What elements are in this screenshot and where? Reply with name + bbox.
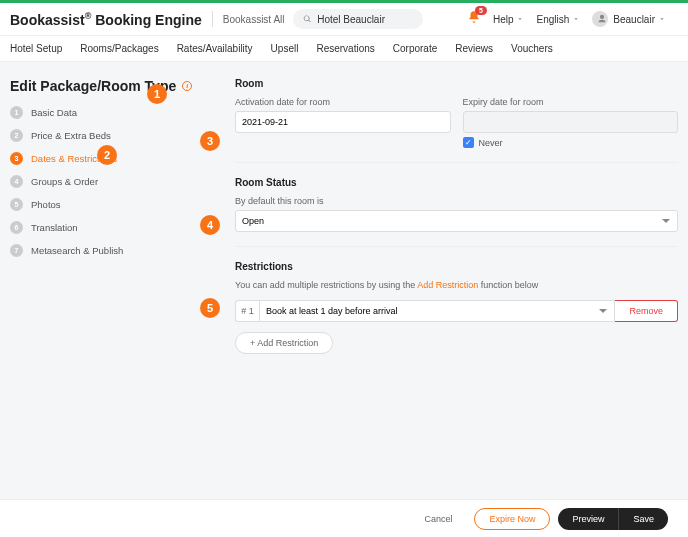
preview-button[interactable]: Preview [558, 508, 618, 530]
step-translation[interactable]: 6Translation [10, 221, 195, 234]
section-room-status: Room Status By default this room is [235, 177, 678, 232]
brand: Bookassist® Booking Engine [10, 11, 202, 28]
chevron-down-icon [658, 15, 666, 23]
divider [212, 11, 213, 27]
footer-actions: Cancel Expire Now Preview Save [0, 499, 688, 537]
add-restriction-button[interactable]: + Add Restriction [235, 332, 333, 354]
step-price-extra-beds[interactable]: 2Price & Extra Beds [10, 129, 195, 142]
room-status-select[interactable] [235, 210, 678, 232]
nav-rates-availability[interactable]: Rates/Availability [177, 43, 253, 54]
annotation-marker-4: 4 [200, 215, 220, 235]
steps-list: 1Basic Data 2Price & Extra Beds 3Dates &… [10, 106, 195, 257]
room-heading: Room [235, 78, 678, 89]
info-icon[interactable]: i [182, 81, 192, 91]
room-status-value[interactable] [235, 210, 678, 232]
remove-restriction-button[interactable]: Remove [615, 300, 678, 322]
room-status-heading: Room Status [235, 177, 678, 188]
step-basic-data[interactable]: 1Basic Data [10, 106, 195, 119]
user-icon [597, 14, 607, 24]
notification-count: 5 [475, 6, 487, 15]
nav-reviews[interactable]: Reviews [455, 43, 493, 54]
restriction-row: # 1 Remove [235, 300, 678, 322]
search-box[interactable] [293, 9, 423, 29]
restrictions-hint: You can add multiple restrictions by usi… [235, 280, 678, 290]
annotation-marker-5: 5 [200, 298, 220, 318]
nav-corporate[interactable]: Corporate [393, 43, 437, 54]
form-content: Room Activation date for room Expiry dat… [195, 78, 678, 354]
nav-reservations[interactable]: Reservations [316, 43, 374, 54]
expiry-date-label: Expiry date for room [463, 97, 679, 107]
search-icon [303, 14, 312, 24]
brand-product: Booking Engine [95, 11, 202, 27]
nav-rooms-packages[interactable]: Rooms/Packages [80, 43, 158, 54]
account-name[interactable]: Bookassist All [223, 14, 285, 25]
expire-now-button[interactable]: Expire Now [474, 508, 550, 530]
cancel-button[interactable]: Cancel [410, 508, 466, 530]
save-button[interactable]: Save [618, 508, 668, 530]
nav-vouchers[interactable]: Vouchers [511, 43, 553, 54]
avatar [592, 11, 608, 27]
chevron-down-icon [572, 15, 580, 23]
section-room: Room Activation date for room Expiry dat… [235, 78, 678, 148]
room-status-label: By default this room is [235, 196, 678, 206]
restriction-number: # 1 [235, 300, 259, 322]
chevron-down-icon [516, 15, 524, 23]
divider [235, 162, 678, 163]
divider [235, 246, 678, 247]
restriction-select[interactable] [259, 300, 615, 322]
step-groups-order[interactable]: 4Groups & Order [10, 175, 195, 188]
expiry-date-input [463, 111, 679, 133]
user-menu[interactable]: Beauclair [592, 11, 666, 27]
brand-name: Bookassist [10, 11, 85, 27]
page-title: Edit Package/Room Type i [10, 78, 195, 94]
activation-date-label: Activation date for room [235, 97, 451, 107]
annotation-marker-2: 2 [97, 145, 117, 165]
nav-upsell[interactable]: Upsell [271, 43, 299, 54]
step-photos[interactable]: 5Photos [10, 198, 195, 211]
annotation-marker-3: 3 [200, 131, 220, 151]
sidebar: Edit Package/Room Type i 1Basic Data 2Pr… [10, 78, 195, 354]
annotation-marker-1: 1 [147, 84, 167, 104]
activation-date-input[interactable] [235, 111, 451, 133]
app-header: Bookassist® Booking Engine Bookassist Al… [0, 3, 688, 36]
notifications[interactable]: 5 [467, 10, 481, 28]
never-checkbox[interactable]: ✓Never [463, 137, 679, 148]
step-metasearch-publish[interactable]: 7Metasearch & Publish [10, 244, 195, 257]
restrictions-heading: Restrictions [235, 261, 678, 272]
main-nav: Hotel Setup Rooms/Packages Rates/Availab… [0, 36, 688, 62]
restriction-value[interactable] [259, 300, 615, 322]
section-restrictions: Restrictions You can add multiple restri… [235, 261, 678, 354]
nav-hotel-setup[interactable]: Hotel Setup [10, 43, 62, 54]
search-input[interactable] [317, 14, 412, 25]
language-selector[interactable]: English [536, 14, 580, 25]
help-link[interactable]: Help [493, 14, 525, 25]
